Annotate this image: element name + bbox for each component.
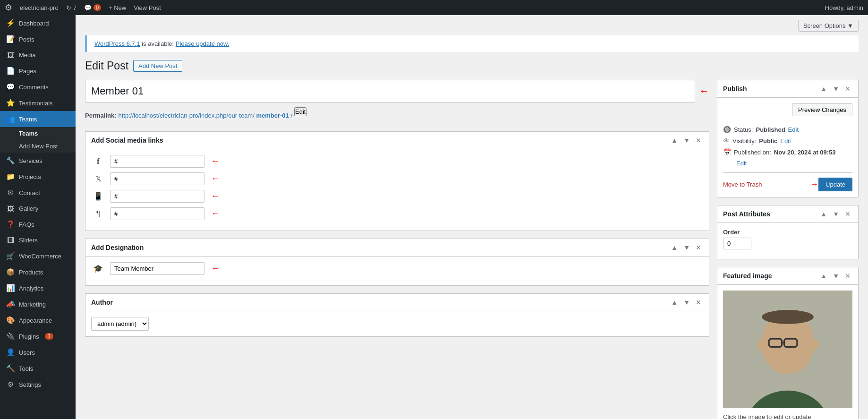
svg-point-8 — [810, 339, 818, 351]
other-social-input[interactable] — [110, 207, 204, 220]
publish-close[interactable]: ✕ — [843, 84, 852, 94]
designation-row: 🎓 ← — [91, 262, 703, 275]
social-media-collapse-up[interactable]: ▲ — [669, 136, 680, 145]
admin-bar-view-post[interactable]: View Post — [134, 4, 161, 11]
sidebar-item-label: Tools — [19, 365, 33, 372]
author-collapse-down[interactable]: ▼ — [681, 298, 692, 307]
featured-img-collapse-down[interactable]: ▼ — [831, 271, 841, 281]
sidebar-item-settings[interactable]: ⚙ Settings — [0, 376, 76, 393]
admin-bar-new[interactable]: + New — [109, 4, 126, 11]
screen-options-button[interactable]: Screen Options ▼ — [798, 20, 859, 32]
sidebar-item-plugins[interactable]: 🔌 Plugins 3 — [0, 328, 76, 344]
sidebar-item-label: Comments — [19, 84, 49, 91]
admin-bar-howdy: Howdy, admin — [825, 4, 863, 11]
sidebar-item-analytics[interactable]: 📊 Analytics — [0, 280, 76, 296]
permalink-edit-button[interactable]: Edit — [294, 107, 306, 116]
featured-image-thumbnail[interactable] — [723, 291, 852, 410]
submenu-teams[interactable]: Teams — [0, 127, 76, 140]
featured-img-collapse-up[interactable]: ▲ — [818, 271, 829, 281]
sidebar-item-comments[interactable]: 💬 Comments — [0, 79, 76, 95]
permalink-url[interactable]: http://localhost/electrician-pro/index.p… — [118, 112, 292, 119]
social-media-title: Add Social media links — [91, 137, 669, 144]
sidebar-item-products[interactable]: 📦 Products — [0, 264, 76, 280]
twitter-input[interactable] — [110, 172, 204, 185]
sidebar-item-sliders[interactable]: 🎞 Sliders — [0, 232, 76, 248]
admin-bar-updates[interactable]: ↻ 7 — [66, 4, 77, 11]
visibility-edit-link[interactable]: Edit — [780, 137, 791, 145]
sidebar-item-dashboard[interactable]: ⚡ Dashboard — [0, 15, 76, 31]
post-attributes-panel: Post Attributes ▲ ▼ ✕ Order — [717, 205, 859, 259]
sidebar-item-tools[interactable]: 🔨 Tools — [0, 360, 76, 376]
sidebar-item-contact[interactable]: ✉ Contact — [0, 185, 76, 201]
social-row-phone: 📱 ← — [91, 190, 703, 203]
update-now-link[interactable]: Please update now. — [176, 40, 229, 47]
wp-version-link[interactable]: WordPress 6.7.1 — [94, 40, 140, 47]
products-icon: 📦 — [6, 268, 15, 276]
designation-header: Add Designation ▲ ▼ ✕ — [85, 239, 709, 257]
move-to-trash-link[interactable]: Move to Trash — [723, 181, 762, 188]
content-area: ← Permalink: http://localhost/electricia… — [85, 80, 859, 419]
sidebar-item-appearance[interactable]: 🎨 Appearance — [0, 312, 76, 328]
admin-bar-comments[interactable]: 💬 0 — [84, 4, 101, 11]
sidebar-item-pages[interactable]: 📄 Pages — [0, 63, 76, 79]
sidebar-item-media[interactable]: 🖼 Media — [0, 47, 76, 63]
sidebar-item-label: Plugins — [19, 333, 39, 340]
update-button[interactable]: Update — [818, 178, 852, 191]
designation-close[interactable]: ✕ — [694, 243, 703, 252]
svg-point-7 — [757, 339, 765, 351]
submenu-add-new-post[interactable]: Add New Post — [0, 140, 76, 153]
post-title-input[interactable] — [85, 80, 695, 103]
new-label: + New — [109, 4, 126, 11]
sidebar-item-marketing[interactable]: 📣 Marketing — [0, 296, 76, 312]
designation-collapse-up[interactable]: ▲ — [669, 243, 680, 252]
publish-collapse-down[interactable]: ▼ — [831, 84, 841, 94]
sidebar-item-projects[interactable]: 📁 Projects — [0, 169, 76, 185]
svg-point-6 — [762, 310, 814, 324]
author-title: Author — [91, 299, 669, 306]
sidebar-item-users[interactable]: 👤 Users — [0, 344, 76, 360]
visibility-label: Visibility: — [732, 137, 756, 145]
phone-input[interactable] — [110, 190, 204, 203]
author-collapse-up[interactable]: ▲ — [669, 298, 680, 307]
author-header: Author ▲ ▼ ✕ — [85, 294, 709, 311]
author-select[interactable]: admin (admin) — [91, 317, 149, 331]
sidebar-item-faqs[interactable]: ❓ FAQs — [0, 216, 76, 232]
sidebar-item-gallery[interactable]: 🖼 Gallery — [0, 201, 76, 216]
social-media-collapse-down[interactable]: ▼ — [681, 136, 692, 145]
social-row-twitter: 𝕏 ← — [91, 172, 703, 185]
permalink-slug: member-01 — [256, 112, 289, 119]
publish-panel-controls: ▲ ▼ ✕ — [818, 84, 852, 94]
status-value: Published — [756, 126, 785, 133]
post-attr-close[interactable]: ✕ — [843, 209, 852, 219]
sidebar-item-teams[interactable]: 👥 Teams — [0, 111, 76, 127]
post-attr-collapse-up[interactable]: ▲ — [818, 209, 829, 219]
facebook-input[interactable] — [110, 155, 204, 168]
social-media-close[interactable]: ✕ — [694, 136, 703, 145]
author-close[interactable]: ✕ — [694, 298, 703, 307]
post-attr-collapse-down[interactable]: ▼ — [831, 209, 841, 219]
main-content: Screen Options ▼ WordPress 6.7.1 is avai… — [76, 15, 868, 419]
status-icon: 🔘 — [723, 126, 731, 133]
wp-logo-icon[interactable]: ⚙ — [5, 2, 12, 13]
publish-panel-header: Publish ▲ ▼ ✕ — [717, 80, 858, 98]
order-input[interactable] — [723, 238, 751, 249]
featured-img-close[interactable]: ✕ — [843, 271, 852, 281]
sidebar-item-woocommerce[interactable]: 🛒 WooCommerce — [0, 248, 76, 264]
appearance-icon: 🎨 — [6, 316, 15, 325]
admin-bar-site[interactable]: electrician-pro — [20, 4, 59, 11]
designation-collapse-down[interactable]: ▼ — [681, 243, 692, 252]
preview-changes-button[interactable]: Preview Changes — [792, 103, 852, 116]
add-new-post-button[interactable]: Add New Post — [133, 60, 182, 72]
publish-collapse-up[interactable]: ▲ — [818, 84, 829, 94]
facebook-icon: f — [91, 157, 105, 166]
author-controls: ▲ ▼ ✕ — [669, 298, 703, 307]
published-edit-link[interactable]: Edit — [736, 160, 747, 167]
sidebar-item-testimonials[interactable]: ⭐ Testimonials — [0, 95, 76, 111]
social-media-header: Add Social media links ▲ ▼ ✕ — [85, 132, 709, 149]
status-edit-link[interactable]: Edit — [788, 126, 799, 133]
site-name: electrician-pro — [20, 4, 59, 11]
comments-count-badge: 0 — [94, 4, 101, 11]
sidebar-item-services[interactable]: 🔧 Services — [0, 153, 76, 169]
sidebar-item-posts[interactable]: 📝 Posts — [0, 31, 76, 47]
designation-input[interactable] — [110, 262, 204, 275]
